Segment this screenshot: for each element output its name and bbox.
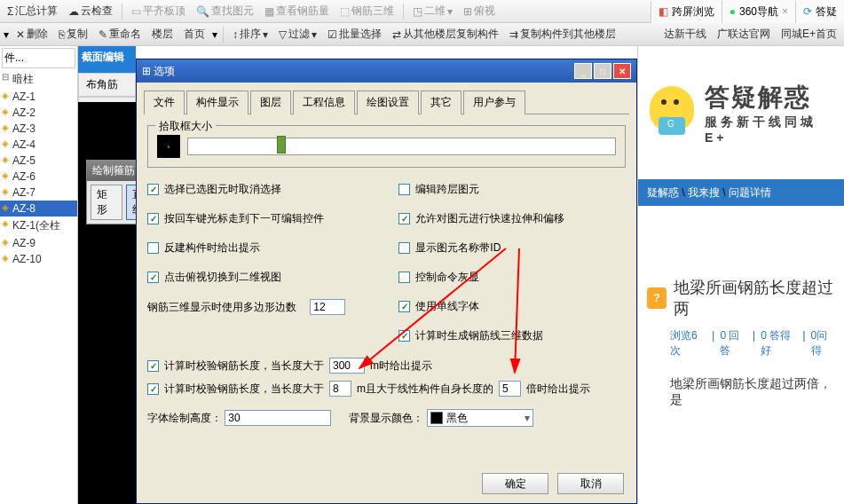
- ok-button[interactable]: 确定: [482, 473, 548, 494]
- tree-item-selected[interactable]: AZ-8: [0, 201, 77, 217]
- tab-layer[interactable]: 图层: [250, 91, 291, 114]
- delete-button[interactable]: ✕删除: [12, 25, 51, 43]
- tree-item[interactable]: AZ-2: [0, 105, 77, 121]
- bg-color-select[interactable]: 黑色▾: [427, 409, 533, 427]
- len1-input[interactable]: [329, 358, 365, 374]
- question-meta: 浏览6 次 | 0 回答 | 0 答得好 | 0问得: [638, 328, 844, 367]
- close-button[interactable]: ✕: [613, 63, 631, 79]
- rename-button[interactable]: ✎重命名: [95, 25, 145, 43]
- copy-from-button[interactable]: ⇄从其他楼层复制构件: [389, 25, 502, 43]
- dropdown-icon[interactable]: ▾: [4, 28, 9, 41]
- link-xinganxian[interactable]: 达新干线: [664, 27, 706, 42]
- tree-root[interactable]: 暗柱: [0, 70, 77, 89]
- dialog-tabs: 文件 构件显示 图层 工程信息 绘图设置 其它 用户参与: [144, 90, 629, 114]
- rebar-3d-button: ⬚ 钢筋三维: [336, 2, 398, 20]
- pickbox-slider[interactable]: [187, 138, 616, 155]
- search-input[interactable]: 件...: [2, 48, 75, 68]
- options-dialog: ⊞ 选项 _ □ ✕ 文件 构件显示 图层 工程信息 绘图设置 其它 用户参与 …: [136, 59, 637, 504]
- filter-button[interactable]: ▽过滤▾: [275, 25, 320, 43]
- brand-title: 答疑解惑: [705, 81, 837, 114]
- label: 计算时校验钢筋长度，当长度大于: [164, 382, 324, 397]
- chk-fast-stretch[interactable]: [398, 213, 410, 224]
- minimize-button[interactable]: _: [574, 63, 592, 79]
- check-rebar-button: ▦ 查看钢筋量: [261, 2, 333, 20]
- batch-select-button[interactable]: ☑批量选择: [324, 25, 385, 43]
- floor-button[interactable]: 楼层: [148, 25, 177, 43]
- dialog-titlebar[interactable]: ⊞ 选项 _ □ ✕: [137, 59, 636, 83]
- dialog-icon: ⊞: [142, 65, 151, 77]
- find-elem-button: 🔍 查找图元: [193, 2, 257, 20]
- section-edit-title: 截面编辑: [78, 46, 136, 73]
- crumb-link[interactable]: 问题详情: [729, 185, 771, 201]
- tree-item[interactable]: AZ-5: [0, 153, 77, 169]
- polygon-input[interactable]: [310, 299, 345, 315]
- chk-verify-len1[interactable]: [147, 360, 159, 372]
- chk-show-id[interactable]: [398, 242, 410, 254]
- browser-tabs: ◧跨屏浏览 ●360导航× ⟳答疑: [651, 0, 844, 23]
- cancel-button[interactable]: 取消: [557, 473, 624, 494]
- breadcrumb: 疑解惑 \ 我来搜 \ 问题详情: [638, 179, 844, 206]
- font-height-input[interactable]: [225, 410, 331, 426]
- crumb-link[interactable]: 我来搜: [688, 185, 720, 201]
- tree-item[interactable]: KZ-1(全柱: [0, 217, 77, 235]
- tab-drawing[interactable]: 绘图设置: [357, 91, 419, 114]
- label: 倍时给出提示: [526, 382, 590, 397]
- tab-display[interactable]: 构件显示: [186, 91, 248, 114]
- brand-subtitle: 服务新干线同城E+: [705, 114, 837, 145]
- link-tongcheng[interactable]: 同城E+首页: [781, 27, 837, 42]
- chk-single-line-font[interactable]: [398, 301, 410, 312]
- chk-label: 选择已选图元时取消选择: [164, 182, 281, 197]
- len2-mult-input[interactable]: [499, 381, 521, 397]
- tree-item[interactable]: AZ-1: [0, 89, 77, 105]
- overlook-button: ⊞ 俯视: [460, 2, 499, 20]
- chk-deselect[interactable]: [147, 184, 159, 195]
- tab-360[interactable]: ●360导航×: [722, 1, 795, 23]
- home-button[interactable]: 首页: [180, 25, 209, 43]
- font-height-label: 字体绘制高度：: [147, 412, 222, 424]
- tab-project[interactable]: 工程信息: [293, 91, 355, 114]
- label: m时给出提示: [370, 358, 432, 374]
- tab-cross-screen[interactable]: ◧跨屏浏览: [651, 1, 722, 23]
- copy-button[interactable]: ⎘复制: [55, 25, 91, 43]
- chk-label: 按回车键光标走到下一可编辑控件: [164, 211, 324, 226]
- sub-tab-corner[interactable]: 布角筋: [78, 73, 136, 97]
- chk-gen-3d-rebar[interactable]: [398, 330, 410, 342]
- tree-item[interactable]: AZ-4: [0, 137, 77, 153]
- tree-item[interactable]: AZ-6: [0, 169, 77, 185]
- label: 计算时校验钢筋长度，当长度大于: [164, 358, 324, 374]
- copy-to-button[interactable]: ⇉复制构件到其他楼层: [506, 25, 619, 43]
- chk-reverse-hint[interactable]: [147, 242, 159, 254]
- maximize-button[interactable]: □: [594, 63, 611, 79]
- tab-file[interactable]: 文件: [144, 91, 185, 114]
- chk-gray-cmd[interactable]: [398, 272, 410, 283]
- sum-calc-button[interactable]: Σ 汇总计算: [4, 2, 61, 20]
- chk-verify-len2[interactable]: [147, 383, 159, 395]
- top-links: 达新干线 广联达官网 同城E+首页: [657, 23, 844, 44]
- mascot-icon: G: [645, 77, 698, 148]
- tab-dayi[interactable]: ⟳答疑: [795, 1, 844, 23]
- chk-label: 允许对图元进行快速拉伸和偏移: [415, 211, 564, 226]
- chk-cross-floor[interactable]: [398, 184, 410, 195]
- tree-item[interactable]: AZ-3: [0, 121, 77, 137]
- tree-item[interactable]: AZ-9: [0, 235, 77, 251]
- chk-enter-next[interactable]: [147, 213, 159, 224]
- tree-item[interactable]: AZ-7: [0, 185, 77, 201]
- question-icon: ?: [647, 287, 667, 309]
- bg-color-label: 背景显示颜色：: [349, 411, 423, 426]
- crumb-link[interactable]: 疑解惑: [647, 185, 679, 201]
- sort-button[interactable]: ↕排序▾: [229, 25, 272, 43]
- chk-topview-2d[interactable]: [147, 272, 159, 283]
- flat-roof-button: ▭ 平齐板顶: [128, 2, 189, 20]
- rect-button[interactable]: 矩形: [91, 185, 122, 220]
- dim2d-select: ◳ 二维 ▾: [409, 2, 456, 20]
- question-desc: 地梁所画钢筋长度超过两倍，是: [638, 367, 844, 417]
- tree-item[interactable]: AZ-10: [0, 251, 77, 267]
- tab-user[interactable]: 用户参与: [463, 91, 525, 114]
- tab-other[interactable]: 其它: [421, 91, 461, 114]
- cloud-check-button[interactable]: ☁ 云检查: [65, 2, 116, 20]
- link-glodon[interactable]: 广联达官网: [717, 27, 770, 42]
- len2-input[interactable]: [329, 381, 351, 397]
- pickbox-legend: 拾取框大小: [155, 119, 216, 134]
- dropdown-icon[interactable]: ▾: [212, 28, 217, 41]
- chk-label: 反建构件时给出提示: [164, 240, 260, 256]
